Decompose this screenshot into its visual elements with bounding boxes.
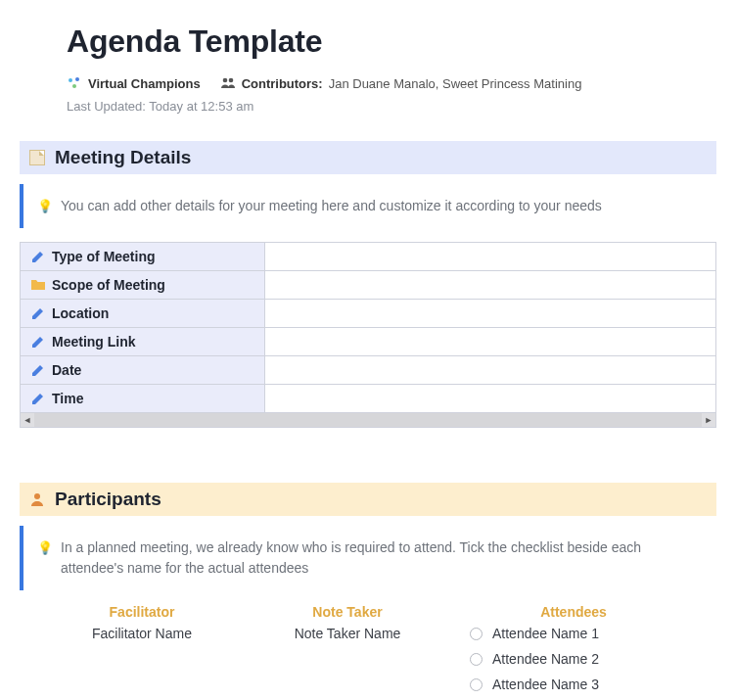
table-row: Type of Meeting bbox=[21, 243, 716, 271]
field-label: Meeting Link bbox=[52, 334, 136, 350]
participants-columns: Facilitator Facilitator Name Note Taker … bbox=[20, 604, 716, 700]
svg-point-1 bbox=[75, 77, 79, 81]
meeting-details-table: Type of MeetingScope of MeetingLocationM… bbox=[20, 242, 716, 413]
field-label-cell: Time bbox=[21, 385, 265, 413]
person-icon bbox=[29, 491, 45, 507]
horizontal-scrollbar[interactable]: ◄ ► bbox=[20, 413, 716, 428]
field-value-cell[interactable] bbox=[265, 385, 716, 413]
field-value-cell[interactable] bbox=[265, 271, 716, 300]
meeting-details-banner: Meeting Details bbox=[20, 141, 716, 174]
svg-point-2 bbox=[72, 84, 76, 88]
attendee-checkbox[interactable] bbox=[470, 653, 483, 666]
field-value-cell[interactable] bbox=[265, 356, 716, 385]
svg-point-5 bbox=[34, 493, 40, 499]
note-icon bbox=[29, 150, 45, 165]
meta-row: Virtual Champions Contributors: Jan Duan… bbox=[67, 75, 716, 91]
attendee-name: Attendee Name 1 bbox=[492, 626, 599, 641]
field-value-cell[interactable] bbox=[265, 300, 716, 328]
field-label: Time bbox=[52, 391, 83, 406]
field-label-cell: Meeting Link bbox=[21, 328, 265, 356]
notetaker-value[interactable]: Note Taker Name bbox=[245, 626, 450, 641]
pencil-icon bbox=[30, 334, 46, 350]
meeting-details-heading: Meeting Details bbox=[55, 147, 191, 168]
bulb-icon: 💡 bbox=[37, 197, 53, 216]
svg-point-4 bbox=[228, 78, 233, 83]
table-row: Date bbox=[21, 356, 716, 385]
sparkle-icon bbox=[67, 75, 82, 91]
field-value-cell[interactable] bbox=[265, 328, 716, 356]
table-row: Scope of Meeting bbox=[21, 271, 716, 300]
attendee-name: Attendee Name 3 bbox=[492, 677, 599, 692]
people-icon bbox=[220, 75, 236, 91]
attendee-row[interactable]: Attendee Name 2 bbox=[450, 651, 697, 667]
participants-heading: Participants bbox=[55, 489, 161, 510]
attendee-row[interactable]: Attendee Name 1 bbox=[450, 626, 697, 641]
participants-tip: 💡 In a planned meeting, we already know … bbox=[20, 526, 716, 590]
facilitator-header: Facilitator bbox=[39, 604, 245, 620]
pencil-icon bbox=[30, 391, 46, 406]
team-chip[interactable]: Virtual Champions bbox=[67, 75, 201, 91]
pencil-icon bbox=[30, 305, 46, 321]
pencil-icon bbox=[30, 362, 46, 378]
attendee-row[interactable]: Attendee Name 3 bbox=[450, 677, 697, 692]
svg-point-0 bbox=[69, 78, 72, 82]
field-label: Location bbox=[52, 305, 109, 321]
page-title: Agenda Template bbox=[67, 23, 716, 60]
notetaker-header: Note Taker bbox=[245, 604, 450, 620]
field-label: Type of Meeting bbox=[52, 249, 156, 264]
bulb-icon: 💡 bbox=[37, 538, 53, 558]
field-label: Scope of Meeting bbox=[52, 277, 165, 293]
participants-banner: Participants bbox=[20, 483, 716, 516]
attendee-checkbox[interactable] bbox=[470, 678, 483, 691]
table-row: Time bbox=[21, 385, 716, 413]
team-name: Virtual Champions bbox=[88, 76, 201, 91]
scroll-left-arrow[interactable]: ◄ bbox=[21, 415, 34, 425]
contributors-names: Jan Duane Manalo, Sweet Princess Matinin… bbox=[329, 76, 582, 91]
table-row: Meeting Link bbox=[21, 328, 716, 356]
attendee-name: Attendee Name 2 bbox=[492, 651, 599, 667]
field-label: Date bbox=[52, 362, 81, 378]
facilitator-value[interactable]: Facilitator Name bbox=[39, 626, 245, 641]
svg-point-3 bbox=[222, 78, 227, 83]
field-label-cell: Date bbox=[21, 356, 265, 385]
last-updated: Last Updated: Today at 12:53 am bbox=[67, 99, 716, 114]
folder-icon bbox=[30, 277, 46, 293]
field-label-cell: Type of Meeting bbox=[21, 243, 265, 271]
field-value-cell[interactable] bbox=[265, 243, 716, 271]
table-row: Location bbox=[21, 300, 716, 328]
contributors-chip[interactable]: Contributors: Jan Duane Manalo, Sweet Pr… bbox=[220, 75, 582, 91]
field-label-cell: Scope of Meeting bbox=[21, 271, 265, 300]
meeting-details-tip: 💡 You can add other details for your mee… bbox=[20, 184, 716, 228]
attendee-checkbox[interactable] bbox=[470, 628, 483, 640]
pencil-icon bbox=[30, 249, 46, 264]
attendees-header: Attendees bbox=[450, 604, 697, 620]
field-label-cell: Location bbox=[21, 300, 265, 328]
scroll-right-arrow[interactable]: ► bbox=[702, 415, 715, 425]
contributors-label: Contributors: bbox=[242, 76, 323, 91]
